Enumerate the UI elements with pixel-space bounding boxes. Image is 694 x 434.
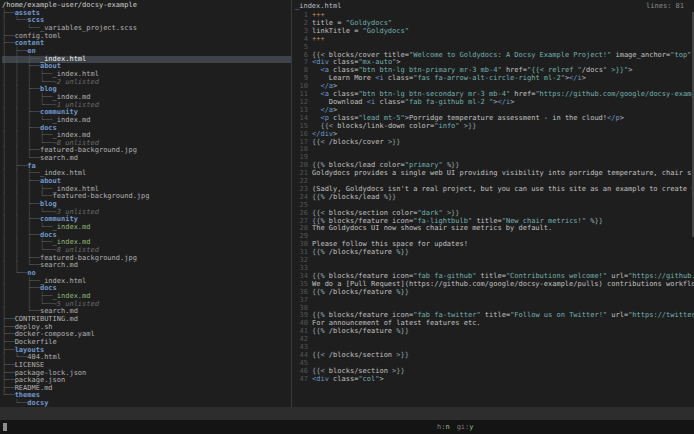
flag-gi: gi:y (457, 423, 481, 431)
tree-list: ├──assets│ └──scss│ └──_variables_projec… (2, 10, 291, 407)
code-text: {{% blocks/lead color="primary" %}} (312, 161, 460, 169)
code-text: For announcement of latest features etc. (312, 319, 481, 327)
code-text: linkTitle = "Goldydocs" (312, 27, 409, 35)
code-text: +++ (312, 35, 325, 43)
tree-row[interactable]: │ └──404.html (2, 354, 291, 362)
code-text: {{% blocks/feature icon="fab fa-twitter"… (312, 311, 694, 319)
code-text: {{< blocks/link-down color="info" >}} (312, 122, 476, 130)
preview-panel: _index.html lines: 81 1+++2title = "Gold… (291, 0, 694, 407)
code-text: The Goldydocs UI now shows chair size me… (312, 224, 552, 232)
code-text: {{% /blocks/lead %}} (312, 193, 396, 201)
preview-filename: _index.html (295, 2, 341, 11)
file-name: _index.md (53, 116, 91, 124)
code-text (312, 335, 316, 343)
preview-header: _index.html lines: 81 (295, 2, 694, 11)
tree-row[interactable]: │ │ └──search.md (2, 155, 291, 163)
code-list: 1+++2title = "Goldydocs"3linkTitle = "Go… (295, 12, 694, 384)
code-text: {{% /blocks/feature %}} (312, 288, 409, 296)
code-text (312, 304, 316, 312)
code-text (312, 296, 316, 304)
command-input-bar[interactable]: h:ngi:y (0, 420, 694, 434)
code-line: 21Goldydocs provides a single web UI pro… (295, 170, 694, 178)
tree-root-path[interactable]: /home/example-user/docsy-example (2, 2, 291, 10)
code-text: {{< blocks/section >}} (312, 367, 405, 375)
code-text: <div class="col"> (312, 375, 384, 383)
code-text: {{< /blocks/cover >}} (312, 138, 401, 146)
code-line: 32 (295, 257, 694, 265)
code-line: 9 Learn More <i class="fas fa-arrow-alt-… (295, 75, 694, 83)
flag-h: h:n (437, 423, 457, 431)
code-text (312, 343, 316, 351)
code-line: 4+++ (295, 36, 694, 44)
code-text: </a> (312, 82, 337, 90)
code-text (312, 201, 316, 209)
tree-row[interactable]: └──docsy (2, 400, 291, 407)
code-line: 42 (295, 336, 694, 344)
code-text: <a class="btn btn-lg btn-primary mr-3 mb… (312, 66, 632, 74)
tree-row[interactable]: ├──Dockerfile (2, 339, 291, 347)
code-line: 17{{< /blocks/cover >}} (295, 139, 694, 147)
file-name: featured-background.jpg (53, 192, 150, 200)
code-text: Learn More <i class="fas fa-arrow-alt-ci… (312, 74, 586, 82)
tree-row[interactable]: ├──assets (2, 10, 291, 18)
code-text: </div> (312, 130, 337, 138)
code-line: 28The Goldydocs UI now shows chair size … (295, 225, 694, 233)
code-text (312, 177, 316, 185)
code-text (312, 145, 316, 153)
code-text: title = "Goldydocs" (312, 19, 392, 27)
panels-container: /home/example-user/docsy-example ├──asse… (0, 0, 694, 407)
line-number: 47 (295, 376, 308, 384)
code-line: 15 {{< blocks/link-down color="info" >}} (295, 123, 694, 131)
tree-row[interactable]: │ │ └──search.md (2, 262, 291, 270)
code-text: {{% blocks/feature icon="fa-lightbulb" t… (312, 217, 603, 225)
code-line: 47<div class="col"> (295, 376, 694, 384)
code-text: {{< blocks/cover title="Welcome to Goldy… (312, 51, 694, 59)
code-line: 37 (295, 297, 694, 305)
code-text: {{< blocks/section color="dark" >}} (312, 209, 460, 217)
folder-name: docsy (27, 399, 48, 407)
code-line: 24{{% /blocks/lead %}} (295, 194, 694, 202)
tree-guide-lines: └── (2, 399, 27, 407)
text-cursor-icon (3, 423, 7, 431)
code-text (312, 256, 316, 264)
file-name: _index.md (53, 223, 91, 231)
code-text: {{% /blocks/feature %}} (312, 327, 409, 335)
code-text: Goldydocs provides a single web UI provi… (312, 169, 694, 177)
code-line: 31{{% /blocks/feature %}} (295, 249, 694, 257)
code-text: <a class="btn btn-lg btn-secondary mr-3 … (312, 90, 694, 98)
code-text: Please follow this space for updates! (312, 240, 468, 248)
code-text: </a> (312, 106, 337, 114)
unlisted-count: ~2 unlisted (53, 78, 99, 86)
code-text (312, 232, 316, 240)
code-line: 3linkTitle = "Goldydocs" (295, 28, 694, 36)
file-name: search.md (40, 154, 78, 162)
status-bar: Hit enter to open the file, alt-enter to… (0, 407, 694, 420)
broot-terminal-window: /home/example-user/docsy-example ├──asse… (0, 0, 694, 434)
tree-row[interactable]: ├──content (2, 40, 291, 48)
code-text: (Sadly, Goldydocs isn't a real project, … (312, 185, 694, 193)
code-line: 36{{% /blocks/feature %}} (295, 289, 694, 297)
file-tree-panel: /home/example-user/docsy-example ├──asse… (0, 0, 291, 407)
code-text: {{< /blocks/section >}} (312, 351, 409, 359)
code-text (312, 264, 316, 272)
code-text: {{% /blocks/feature %}} (312, 248, 409, 256)
file-name: search.md (40, 261, 78, 269)
code-line: 44{{< /blocks/section >}} (295, 352, 694, 360)
code-text: <p class="lead mt-5">Porridge temperatur… (312, 114, 624, 122)
preview-line-count: lines: 81 (646, 2, 684, 11)
mode-flags: h:ngi:y (437, 420, 481, 434)
code-text: Download <i class="fab fa-github ml-2 ">… (312, 98, 514, 106)
code-text: +++ (312, 11, 325, 19)
code-text (312, 359, 316, 367)
code-line: 18 (295, 146, 694, 154)
code-text (312, 153, 316, 161)
code-text: {{% blocks/feature icon="fab fa-github" … (312, 272, 694, 280)
code-line: 41{{% /blocks/feature %}} (295, 328, 694, 336)
code-line: 12 Download <i class="fab fa-github ml-2… (295, 99, 694, 107)
code-text: We do a [Pull Request](https://github.co… (312, 280, 694, 288)
tree-row[interactable]: ├──README.md (2, 385, 291, 393)
code-text: <div class="mx-auto"> (312, 58, 401, 66)
tree-row[interactable]: ├──config.toml (2, 33, 291, 41)
code-text (312, 43, 316, 51)
